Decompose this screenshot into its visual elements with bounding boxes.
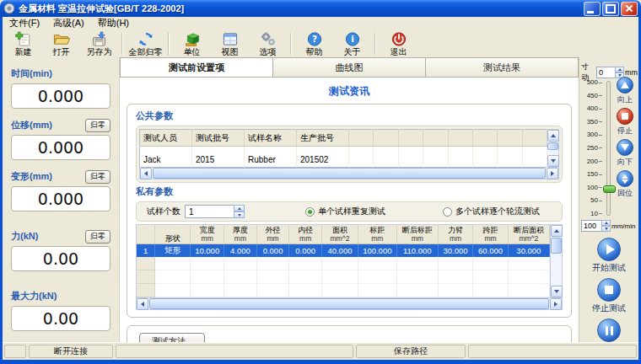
- toolbar-options-button[interactable]: 选项: [249, 30, 287, 57]
- jog-unit-label: mm: [625, 68, 638, 77]
- scrollbar-thumb[interactable]: [153, 168, 546, 179]
- radio-multi-specimen-rotation[interactable]: 多个试样逐个轮流测试: [443, 206, 540, 217]
- column-header[interactable]: 力臂mm: [438, 225, 472, 244]
- options-gear-icon: [259, 31, 277, 47]
- cell: 201502: [297, 153, 349, 168]
- vertical-scrollbar[interactable]: [550, 225, 562, 297]
- toolbar-separator: [290, 33, 292, 55]
- stop-test-icon: [597, 278, 621, 302]
- column-header[interactable]: 厚度mm: [224, 225, 257, 244]
- zero-deformation-button[interactable]: 归零: [85, 170, 110, 184]
- toolbar-help-button[interactable]: ? 帮助: [295, 30, 333, 57]
- cell: 4.000: [224, 244, 257, 258]
- toolbar-exit-button[interactable]: 退出: [380, 30, 417, 57]
- toolbar-open-button[interactable]: 打开: [42, 30, 80, 57]
- column-header[interactable]: 宽度mm: [191, 225, 224, 244]
- spinner-down-button[interactable]: [234, 211, 245, 218]
- spec-header-row: 形状 宽度mm 厚度mm 外径mm 内径mm 面积mm^2 标距mm 断后标距m…: [137, 225, 550, 244]
- jog-stop-button[interactable]: 停止: [617, 108, 633, 136]
- readout-max-force: 最大力(kN) 0.00: [11, 290, 110, 331]
- toolbar-units-button[interactable]: 单位: [173, 30, 211, 57]
- scroll-left-button[interactable]: [140, 168, 152, 179]
- zero-force-button[interactable]: 归零: [85, 230, 110, 244]
- common-params-grid: 测试人员 测试批号 试样名称 生产批号 Jack 2: [136, 126, 563, 183]
- scrollbar-thumb[interactable]: [547, 142, 558, 150]
- column-header[interactable]: 内径mm: [289, 225, 322, 244]
- status-panel: [116, 345, 353, 358]
- start-test-button[interactable]: 开始测试: [592, 238, 626, 274]
- scroll-up-button[interactable]: [551, 225, 563, 237]
- horizontal-scrollbar[interactable]: [136, 298, 563, 310]
- column-header[interactable]: 外径mm: [256, 225, 289, 244]
- column-header[interactable]: 试样名称: [245, 130, 297, 147]
- cell: 100.000: [358, 244, 396, 258]
- toolbar-zero-all-button[interactable]: 全部归零: [127, 30, 164, 57]
- radio-single-specimen-repeat[interactable]: 单个试样重复测试: [305, 206, 385, 217]
- scroll-down-button[interactable]: [551, 286, 563, 297]
- scrollbar-thumb[interactable]: [551, 238, 562, 254]
- stop-test-button[interactable]: 停止测试: [592, 278, 626, 314]
- toolbar-about-button[interactable]: i 关于: [333, 30, 371, 57]
- toolbar-button-label: 单位: [184, 47, 201, 56]
- column-header[interactable]: 断后面积mm^2: [508, 225, 549, 244]
- minimize-button[interactable]: [584, 2, 601, 16]
- jog-down-button[interactable]: 向下: [617, 139, 633, 168]
- toolbar-new-button[interactable]: 新建: [4, 30, 42, 57]
- scroll-right-button[interactable]: [547, 168, 558, 179]
- spinner-up-button[interactable]: [615, 67, 624, 72]
- toolbar-save-as-button[interactable]: 另存为: [80, 30, 118, 57]
- toolbar-button-label: 选项: [260, 47, 277, 56]
- column-header[interactable]: 断后标距mm: [396, 225, 438, 244]
- common-data-row[interactable]: Jack 2015 Rubber 201502: [140, 153, 547, 168]
- scrollbar-thumb[interactable]: [149, 298, 549, 309]
- tab-test-results[interactable]: 测试结果: [426, 57, 579, 77]
- private-params-controls: 试样个数 1 单个试样重复测试: [136, 201, 563, 222]
- scroll-down-button[interactable]: [547, 155, 559, 167]
- column-header[interactable]: 测试批号: [192, 130, 245, 147]
- readout-panel: 时间(min) 0.000 位移(mm) 归零 0.000 变形(mm) 归零 …: [3, 57, 120, 342]
- test-method-button[interactable]: 测试方法...: [139, 333, 205, 342]
- column-header[interactable]: 形状: [155, 225, 191, 244]
- spec-row-selected[interactable]: 1 矩形 10.000 4.000 0.000 0.000 40.000 100…: [137, 244, 550, 258]
- jog-up-button[interactable]: 向上: [617, 77, 633, 105]
- column-header[interactable]: 标距mm: [358, 225, 396, 244]
- radio-unselected-icon: [443, 207, 452, 217]
- spinner-down-button[interactable]: [601, 226, 611, 232]
- zero-displacement-button[interactable]: 归零: [85, 119, 110, 132]
- cell: 0.000: [289, 244, 322, 258]
- readout-displacement: 位移(mm) 归零 0.000: [11, 119, 110, 160]
- vertical-scrollbar[interactable]: [547, 129, 559, 168]
- machine-control-panel: 寸动 0 mm 500 450 400 350 300 250 200 150 …: [579, 57, 638, 342]
- menu-help[interactable]: 帮助(H): [91, 17, 136, 29]
- tab-pretest-settings[interactable]: 测试前设置项: [120, 57, 273, 77]
- jog-distance-value[interactable]: 0: [596, 67, 615, 78]
- readout-value: 0.000: [11, 83, 110, 109]
- readout-value: 0.000: [11, 135, 110, 160]
- spinner-up-button[interactable]: [234, 205, 245, 211]
- tab-curve-chart[interactable]: 曲线图: [273, 57, 426, 77]
- jog-home-button[interactable]: 回位: [617, 170, 633, 199]
- menu-file[interactable]: 文件(F): [3, 17, 46, 29]
- toolbar-view-button[interactable]: 视图: [211, 30, 249, 57]
- column-header[interactable]: 测试人员: [140, 130, 192, 147]
- slider-track[interactable]: [606, 81, 611, 216]
- horizontal-scrollbar[interactable]: [139, 168, 559, 179]
- tabbar: 测试前设置项 曲线图 测试结果: [120, 57, 579, 78]
- zero-all-icon: [137, 31, 155, 47]
- column-header[interactable]: 跨距mm: [473, 225, 508, 244]
- scroll-left-button[interactable]: [137, 298, 148, 310]
- readout-force: 力(kN) 归零 0.00: [11, 230, 110, 271]
- spinner-up-button[interactable]: [601, 220, 611, 226]
- maximize-button[interactable]: [602, 2, 619, 16]
- connection-status: 断开连接: [29, 345, 113, 358]
- readout-label: 力(kN): [11, 230, 38, 243]
- cell: 矩形: [155, 244, 191, 258]
- scroll-right-button[interactable]: [550, 298, 562, 310]
- close-button[interactable]: [621, 2, 638, 16]
- scroll-up-button[interactable]: [547, 130, 559, 142]
- column-header[interactable]: 生产批号: [297, 130, 349, 147]
- speed-value[interactable]: 100: [581, 220, 601, 232]
- column-header[interactable]: 面积mm^2: [321, 225, 358, 244]
- menu-advanced[interactable]: 高级(A): [46, 17, 91, 29]
- specimen-count-value[interactable]: 1: [185, 205, 234, 218]
